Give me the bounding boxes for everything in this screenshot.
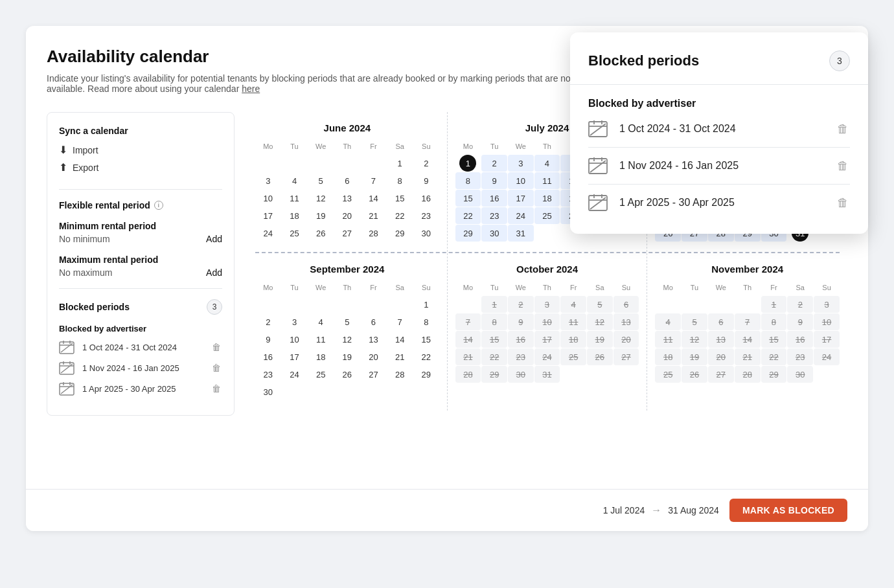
nov-18[interactable]: 18	[655, 348, 681, 365]
sep-23[interactable]: 23	[255, 366, 281, 383]
nov-1[interactable]: 1	[761, 296, 787, 313]
july-1[interactable]: 1	[459, 155, 476, 172]
oct-24[interactable]: 24	[534, 348, 560, 365]
nov-4[interactable]: 4	[655, 313, 681, 330]
sep-7[interactable]: 7	[387, 313, 413, 330]
sep-3[interactable]: 3	[282, 313, 308, 330]
july-17[interactable]: 17	[508, 190, 534, 207]
june-27[interactable]: 27	[334, 225, 360, 242]
oct-4[interactable]: 4	[560, 296, 586, 313]
july-22[interactable]: 22	[455, 207, 481, 224]
sep-21[interactable]: 21	[387, 348, 413, 365]
nov-22[interactable]: 22	[761, 348, 787, 365]
june-22[interactable]: 22	[387, 207, 413, 224]
sep-30[interactable]: 30	[255, 383, 281, 400]
nov-23[interactable]: 23	[787, 348, 813, 365]
june-6[interactable]: 6	[334, 172, 360, 189]
sep-6[interactable]: 6	[361, 313, 387, 330]
june-14[interactable]: 14	[361, 190, 387, 207]
nov-7[interactable]: 7	[735, 313, 761, 330]
june-25[interactable]: 25	[282, 225, 308, 242]
july-2[interactable]: 2	[481, 155, 507, 172]
oct-19[interactable]: 19	[587, 331, 613, 348]
sep-10[interactable]: 10	[282, 331, 308, 348]
nov-14[interactable]: 14	[735, 331, 761, 348]
sep-28[interactable]: 28	[387, 366, 413, 383]
sep-20[interactable]: 20	[361, 348, 387, 365]
nov-20[interactable]: 20	[708, 348, 734, 365]
june-29[interactable]: 29	[387, 225, 413, 242]
import-item[interactable]: ⬇ Import	[59, 144, 222, 156]
july-15[interactable]: 15	[455, 190, 481, 207]
oct-31[interactable]: 31	[534, 366, 560, 383]
nov-15[interactable]: 15	[761, 331, 787, 348]
sep-14[interactable]: 14	[387, 331, 413, 348]
nov-5[interactable]: 5	[682, 313, 707, 330]
nov-21[interactable]: 21	[735, 348, 761, 365]
nov-19[interactable]: 19	[682, 348, 707, 365]
oct-7[interactable]: 7	[455, 313, 481, 330]
july-8[interactable]: 8	[455, 172, 481, 189]
sep-8[interactable]: 8	[413, 313, 439, 330]
june-5[interactable]: 5	[308, 172, 334, 189]
june-20[interactable]: 20	[334, 207, 360, 224]
nov-30[interactable]: 30	[787, 366, 813, 383]
june-1-sa[interactable]: 1	[387, 155, 413, 172]
sep-29[interactable]: 29	[413, 366, 439, 383]
oct-23[interactable]: 23	[508, 348, 534, 365]
july-29[interactable]: 29	[455, 225, 481, 242]
oct-11[interactable]: 11	[560, 313, 586, 330]
june-3[interactable]: 3	[255, 172, 281, 189]
popup-item-3-delete[interactable]: 🗑	[836, 195, 850, 211]
june-12[interactable]: 12	[308, 190, 334, 207]
sep-17[interactable]: 17	[282, 348, 308, 365]
blocked-item-2-delete[interactable]: 🗑	[211, 361, 222, 374]
oct-30[interactable]: 30	[508, 366, 534, 383]
june-28[interactable]: 28	[361, 225, 387, 242]
july-16[interactable]: 16	[481, 190, 507, 207]
oct-25[interactable]: 25	[560, 348, 586, 365]
min-add-button[interactable]: Add	[206, 234, 222, 244]
oct-17[interactable]: 17	[534, 331, 560, 348]
sep-12[interactable]: 12	[334, 331, 360, 348]
june-24[interactable]: 24	[255, 225, 281, 242]
sep-4[interactable]: 4	[308, 313, 334, 330]
max-add-button[interactable]: Add	[206, 267, 222, 278]
oct-15[interactable]: 15	[481, 331, 507, 348]
sep-27[interactable]: 27	[361, 366, 387, 383]
mark-blocked-button[interactable]: MARK AS BLOCKED	[729, 499, 847, 522]
sep-22[interactable]: 22	[413, 348, 439, 365]
oct-3[interactable]: 3	[534, 296, 560, 313]
june-9[interactable]: 9	[413, 172, 439, 189]
sep-18[interactable]: 18	[308, 348, 334, 365]
june-8[interactable]: 8	[387, 172, 413, 189]
blocked-item-1-delete[interactable]: 🗑	[211, 341, 222, 354]
sep-1[interactable]: 1	[413, 296, 439, 313]
oct-29[interactable]: 29	[481, 366, 507, 383]
sep-13[interactable]: 13	[361, 331, 387, 348]
sep-15[interactable]: 15	[413, 331, 439, 348]
oct-21[interactable]: 21	[455, 348, 481, 365]
nov-17[interactable]: 17	[814, 331, 840, 348]
nov-27[interactable]: 27	[708, 366, 734, 383]
nov-25[interactable]: 25	[655, 366, 681, 383]
june-21[interactable]: 21	[361, 207, 387, 224]
sep-11[interactable]: 11	[308, 331, 334, 348]
nov-2[interactable]: 2	[787, 296, 813, 313]
oct-12[interactable]: 12	[587, 313, 613, 330]
june-10[interactable]: 10	[255, 190, 281, 207]
oct-9[interactable]: 9	[508, 313, 534, 330]
june-19[interactable]: 19	[308, 207, 334, 224]
nov-28[interactable]: 28	[735, 366, 761, 383]
oct-18[interactable]: 18	[560, 331, 586, 348]
sep-9[interactable]: 9	[255, 331, 281, 348]
june-13[interactable]: 13	[334, 190, 360, 207]
oct-13[interactable]: 13	[613, 313, 639, 330]
oct-6[interactable]: 6	[613, 296, 639, 313]
sep-16[interactable]: 16	[255, 348, 281, 365]
nov-3[interactable]: 3	[814, 296, 840, 313]
nov-10[interactable]: 10	[814, 313, 840, 330]
july-10[interactable]: 10	[508, 172, 534, 189]
popup-item-2-delete[interactable]: 🗑	[836, 158, 850, 174]
oct-10[interactable]: 10	[534, 313, 560, 330]
